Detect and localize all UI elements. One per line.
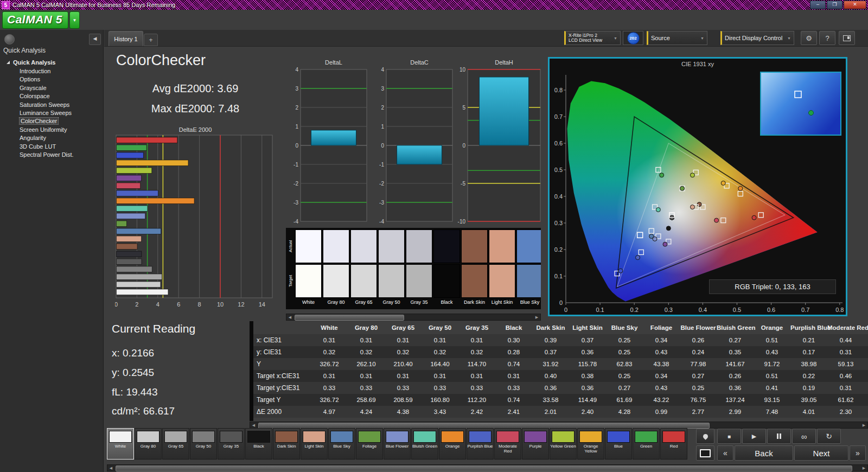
patch-button-blue-flower[interactable]: Blue Flower [384,428,411,460]
help-button[interactable]: ? [819,31,835,45]
patch-button-dark-skin[interactable]: Dark Skin [273,428,300,460]
swatch-actual-dark-skin [461,229,488,263]
next-button[interactable]: Next [794,445,848,461]
patch-button-black[interactable]: Black [245,428,272,460]
scroll-left-icon[interactable]: ◀ [286,314,293,320]
patch-button-red[interactable]: Red [660,428,687,460]
swatch-scrollbar[interactable]: ◀ ▶ [286,314,541,321]
patch-button-gray-50[interactable]: Gray 50 [190,428,217,460]
patch-button-blue-sky[interactable]: Blue Sky [328,428,355,460]
patch-button-bluish-green[interactable]: Bluish Green [411,428,438,460]
pause-button[interactable] [767,429,791,444]
pause-icon [780,433,781,439]
patch-button-purplish-blue[interactable]: Purplish Blue [467,428,494,460]
svg-text:-1: -1 [379,162,384,168]
patch-label: Green [640,444,652,449]
add-tab-button[interactable]: + [144,34,158,46]
settings-button[interactable]: ⚙ [801,31,817,45]
sidebar-item-angularity[interactable]: Angularity [1,134,102,142]
patch-button-purple[interactable]: Purple [522,428,549,460]
table-cell: 61.62 [827,394,864,406]
swatch-column-label: Gray 50 [378,299,405,305]
sidebar-item-grayscale[interactable]: Grayscale [1,84,102,92]
sidebar-item-options[interactable]: Options [1,75,102,84]
play-button[interactable]: ▶ [742,429,766,444]
workflow-icon[interactable] [4,34,15,44]
table-cell: 0.41 [754,382,790,394]
patch-button-moderate-red[interactable]: Moderate Red [494,428,521,460]
table-column-header-orange: Orange [754,321,790,334]
patch-button-orange-yellow[interactable]: Orange Yellow [577,428,604,460]
patch-label: Gray 50 [196,444,211,449]
svg-text:DeltaC: DeltaC [410,59,429,66]
patch-button-green[interactable]: Green [633,428,660,460]
patch-button-light-skin[interactable]: Light Skin [301,428,328,460]
sidebar-item-screen-uniformity[interactable]: Screen Uniformity [1,126,102,134]
page-title: ColorChecker [116,52,206,69]
sidebar-collapse-button[interactable]: ◀ [89,34,101,45]
panel-toggle-button[interactable] [839,31,855,45]
source-dropdown[interactable]: Source ▼ [647,31,707,45]
table-cell: 0.21 [790,334,827,346]
patch-button-gray-80[interactable]: Gray 80 [135,428,162,460]
scroll-right-icon[interactable]: ▶ [860,465,867,471]
loop-button[interactable]: ↻ [817,429,841,444]
swatch-column-label: Gray 80 [323,299,349,305]
scroll-right-icon[interactable]: ▶ [860,422,867,428]
patch-color-gray-35 [220,431,242,443]
scroll-left-icon[interactable]: ◀ [250,422,257,428]
deltae-bar-red [117,137,177,143]
stop-button[interactable]: ■ [717,429,741,444]
scroll-left-icon[interactable]: ◀ [107,465,114,471]
svg-text:4: 4 [156,301,159,308]
scroll-right-icon[interactable]: ▶ [533,314,540,320]
patch-button-foliage[interactable]: Foliage [356,428,383,460]
table-cell: 0.51 [754,370,790,382]
patch-button-orange[interactable]: Orange [439,428,466,460]
patch-button-gray-65[interactable]: Gray 65 [162,428,189,460]
sidebar-item-colorchecker[interactable]: ColorChecker [1,117,102,125]
table-cell: 4.24 [348,406,385,418]
swatch-actual-white [295,229,322,263]
svg-text:-2: -2 [379,181,384,187]
patch-color-orange-yellow [579,431,602,443]
patch-button-yellow-green[interactable]: Yellow Green [550,428,577,460]
current-reading-cdm2: cd/m²: 66.617 [112,405,175,417]
deltae-bar-orange [117,198,195,204]
eyedropper-button[interactable] [696,429,714,444]
sidebar-item-saturation-sweeps[interactable]: Saturation Sweeps [1,101,102,109]
sidebar-item-luminance-sweeps[interactable]: Luminance Sweeps [1,109,102,117]
patch-button-gray-35[interactable]: Gray 35 [218,428,245,460]
table-cell: 93.15 [754,394,790,406]
patch-button-blue[interactable]: Blue [605,428,632,460]
sidebar-item-3d-cube-lut[interactable]: 3D Cube LUT [1,143,102,151]
display-mode-button[interactable] [696,445,714,461]
close-button[interactable]: ✕ [844,1,866,9]
bottom-scrollbar[interactable]: ◀ ▶ [107,464,868,471]
back-chevron-button[interactable]: « [717,445,733,461]
sidebar-item-introduction[interactable]: Introduction [1,67,102,75]
minimize-button[interactable]: – [810,1,826,9]
meter-dropdown[interactable]: X-Rite i1Pro 2 LCD Direct View ▼ [564,31,621,45]
logo-menu-button[interactable]: ▼ [69,11,80,29]
sidebar-item-colorspace[interactable]: Colorspace [1,92,102,100]
tab-history-1[interactable]: History 1 [108,31,143,46]
cie-measured-black [666,226,671,231]
swatch-scrollbar-thumb[interactable] [295,315,404,321]
table-row-label: y: CIE31 [253,346,311,358]
deltae-bar-foliage [117,221,127,227]
next-chevron-button[interactable]: » [850,445,866,461]
swatch-target-white [295,264,322,298]
svg-text:-5: -5 [461,181,465,187]
sidebar-item-spectral-power-dist[interactable]: Spectral Power Dist. [1,151,102,159]
bottom-scrollbar-thumb[interactable] [116,465,852,471]
patch-button-white[interactable]: White [107,428,134,460]
svg-text:0.5: 0.5 [554,167,563,173]
back-button[interactable]: Back [735,445,793,461]
sidebar-root-quick-analysis[interactable]: Quick Analysis [1,58,102,67]
maximize-button[interactable]: ❐ [827,1,843,9]
display-control-dropdown[interactable]: Direct Display Control ▼ [720,31,794,45]
continuous-read-button[interactable]: ∞ [792,429,816,444]
deltae-bar-light-skin [117,236,142,242]
svg-text:0.2: 0.2 [554,246,563,253]
